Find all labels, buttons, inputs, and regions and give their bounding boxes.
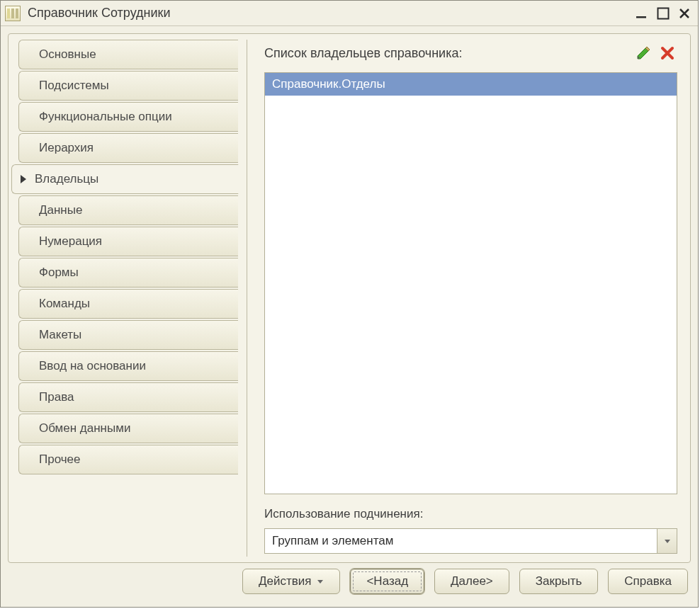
footer-buttons: Действия <Назад Далее> Закрыть Справка xyxy=(8,563,691,600)
tab-rights[interactable]: Права xyxy=(18,382,238,412)
titlebar: Справочник Сотрудники xyxy=(1,1,698,26)
actions-button[interactable]: Действия xyxy=(242,569,340,594)
tab-main[interactable]: Основные xyxy=(18,40,238,69)
window: Справочник Сотрудники ОсновныеПодсистемы… xyxy=(0,0,699,608)
owners-heading: Список владельцев справочника: xyxy=(264,46,629,61)
tab-forms[interactable]: Формы xyxy=(18,258,238,288)
tab-layouts[interactable]: Макеты xyxy=(18,320,238,350)
tab-label: Иерархия xyxy=(39,141,94,155)
tab-label: Команды xyxy=(39,297,90,311)
owners-content: Список владельцев справочника: xyxy=(247,40,684,557)
svg-marker-6 xyxy=(317,580,323,584)
tab-label: Прочее xyxy=(39,453,81,467)
next-button[interactable]: Далее> xyxy=(434,569,509,594)
subordination-label: Использование подчинения: xyxy=(264,507,677,521)
delete-icon[interactable] xyxy=(657,44,677,62)
app-icon xyxy=(5,6,21,21)
tab-label: Подсистемы xyxy=(39,79,109,93)
next-label: Далее> xyxy=(451,574,493,588)
tab-funcopts[interactable]: Функциональные опции xyxy=(18,102,238,132)
tab-label: Владельцы xyxy=(35,172,98,186)
tab-label: Ввод на основании xyxy=(39,359,146,373)
tab-label: Основные xyxy=(39,47,96,62)
tab-label: Данные xyxy=(39,203,82,217)
help-button[interactable]: Справка xyxy=(608,569,688,594)
minimize-button[interactable] xyxy=(631,4,653,23)
tab-list: ОсновныеПодсистемыФункциональные опцииИе… xyxy=(14,40,238,557)
tab-hierarchy[interactable]: Иерархия xyxy=(18,133,238,163)
close-button[interactable] xyxy=(674,4,695,23)
actions-label: Действия xyxy=(259,574,311,588)
tab-owners[interactable]: Владельцы xyxy=(11,164,239,194)
tab-exchange[interactable]: Обмен данными xyxy=(18,414,238,443)
tab-label: Нумерация xyxy=(39,234,102,249)
svg-marker-5 xyxy=(665,540,670,543)
tab-inputbasis[interactable]: Ввод на основании xyxy=(18,351,238,381)
subordination-value: Группам и элементам xyxy=(265,534,657,548)
help-label: Справка xyxy=(624,574,672,588)
tab-subsystems[interactable]: Подсистемы xyxy=(18,71,238,101)
owners-listbox[interactable]: Справочник.Отделы xyxy=(264,72,677,494)
close-label: Закрыть xyxy=(536,574,582,588)
window-title: Справочник Сотрудники xyxy=(28,6,631,21)
back-label: <Назад xyxy=(366,574,408,588)
close-dialog-button[interactable]: Закрыть xyxy=(519,569,598,594)
client-area: ОсновныеПодсистемыФункциональные опцииИе… xyxy=(1,26,698,607)
chevron-down-icon xyxy=(317,578,324,585)
tab-other[interactable]: Прочее xyxy=(18,445,238,474)
tab-label: Права xyxy=(39,390,74,404)
list-item[interactable]: Справочник.Отделы xyxy=(265,73,677,96)
edit-icon[interactable] xyxy=(633,44,653,62)
back-button[interactable]: <Назад xyxy=(350,569,424,594)
subordination-combo[interactable]: Группам и элементам xyxy=(264,528,677,554)
chevron-down-icon[interactable] xyxy=(657,529,677,553)
svg-rect-0 xyxy=(636,16,646,18)
selected-arrow-icon xyxy=(21,175,26,183)
maximize-button[interactable] xyxy=(653,4,674,23)
tab-numbering[interactable]: Нумерация xyxy=(18,227,238,256)
tab-label: Обмен данными xyxy=(39,421,130,436)
tab-label: Формы xyxy=(39,266,79,280)
svg-rect-1 xyxy=(658,8,669,18)
tab-label: Макеты xyxy=(39,328,81,342)
main-panel: ОсновныеПодсистемыФункциональные опцииИе… xyxy=(8,33,691,563)
tab-data[interactable]: Данные xyxy=(18,195,238,225)
tab-commands[interactable]: Команды xyxy=(18,289,238,319)
tab-label: Функциональные опции xyxy=(39,110,172,124)
